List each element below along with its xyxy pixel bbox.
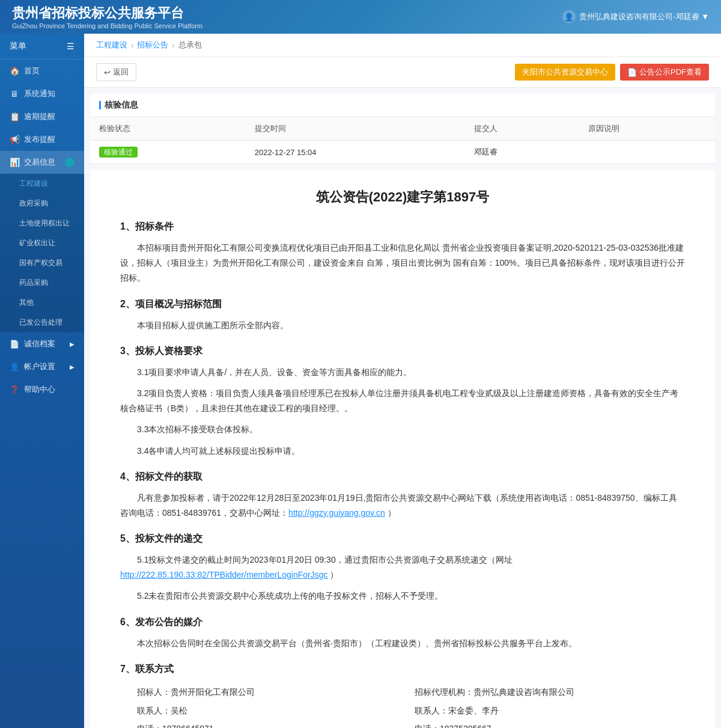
exchange-center-button[interactable]: 夹阳市公共资源交易中心: [515, 64, 615, 81]
sidebar-item-home[interactable]: 🏠 首页: [0, 60, 84, 82]
sidebar-help[interactable]: ❓ 帮助中心: [0, 378, 84, 401]
sidebar-sub-other[interactable]: 其他: [0, 293, 84, 313]
section3-para2: 3.2项目负责人资格：项目负责人须具备项目经理系已在投标人单位注册并须具备机电工…: [120, 386, 685, 416]
contact-tenderer-phone: 电话：18786645971: [137, 720, 391, 728]
sidebar-sub-processed[interactable]: 已发公告处理: [0, 313, 84, 332]
account-arrow: ▶: [70, 364, 75, 370]
document-content: 筑公资告(2022)建字第1897号 1、招标条件 本招标项目贵州开阳化工有限公…: [90, 170, 715, 728]
main-content: 工程建设 › 招标公告 › 总承包 ↩ 返回 夹阳市公共资源交易中心 📄 公告公…: [84, 34, 721, 728]
verify-section: 核验信息 检验状态 提交时间 提交人 原因说明 核验通过: [90, 94, 715, 164]
breadcrumb-sep1: ›: [131, 41, 133, 50]
menu-label: 菜单: [10, 41, 26, 52]
sidebar-credit[interactable]: 📄 诚信档案 ▶: [0, 332, 84, 355]
verify-header: 核验信息: [90, 94, 715, 117]
col-time: 提交时间: [246, 117, 465, 141]
pdf-icon: 📄: [627, 68, 637, 77]
sidebar-item-trade[interactable]: 📊 交易信息: [0, 151, 84, 174]
account-label: 帐户设置: [24, 361, 55, 372]
sidebar-sub-construction[interactable]: 工程建设: [0, 174, 84, 194]
section1-para1: 本招标项目贵州开阳化工有限公司变换流程优化项目已由开阳县工业和信息化局以 贵州省…: [120, 240, 685, 286]
credit-label: 诚信档案: [24, 338, 55, 349]
breadcrumb-construction[interactable]: 工程建设: [96, 40, 127, 50]
account-icon: 👤: [10, 362, 19, 372]
contact-left: 招标人：贵州开阳化工有限公司 联系人：吴松 电话：18786645971: [137, 683, 391, 728]
verify-submitter: 邓廷睿: [465, 141, 579, 164]
verify-reason: [579, 141, 715, 164]
sidebar-item-publish[interactable]: 📢 发布提醒: [0, 128, 84, 151]
section3-para4: 3.4各申请人均可就上述标段提出投标申请。: [120, 444, 685, 459]
sidebar-item-overdue[interactable]: 📋 逾期提醒: [0, 105, 84, 128]
user-name: 贵州弘典建设咨询有限公司-邓廷睿 ▼: [579, 11, 709, 22]
menu-toggle-icon[interactable]: ☰: [67, 41, 75, 51]
sidebar-item-sys-label: 系统通知: [24, 88, 55, 99]
trade-badge: [65, 158, 75, 167]
monitor-icon: 🖥: [10, 89, 19, 99]
sidebar-item-home-label: 首页: [24, 66, 40, 76]
breadcrumb-current: 总承包: [178, 40, 202, 50]
sidebar-account[interactable]: 👤 帐户设置 ▶: [0, 355, 84, 378]
toolbar: ↩ 返回 夹阳市公共资源交易中心 📄 公告公示PDF查看: [84, 57, 721, 88]
bell-icon: 📢: [10, 135, 19, 144]
sidebar-sub-land[interactable]: 土地使用权出让: [0, 213, 84, 233]
pdf-label: 公告公示PDF查看: [639, 67, 702, 78]
verify-row: 核验通过 2022-12-27 15:04 邓廷睿: [90, 141, 715, 164]
col-reason: 原因说明: [579, 117, 715, 141]
credit-icon: 📄: [10, 340, 19, 349]
logo: 贵州省招标投标公共服务平台 GuiZhou Province Tendering…: [12, 4, 202, 29]
back-label: 返回: [113, 67, 129, 78]
contact-agency-phone: 电话：18275295667: [415, 720, 668, 728]
sidebar-sub-menu: 工程建设 政府采购 土地使用权出让 矿业权出让 国有产权交易 药品采购 其他 已…: [0, 174, 84, 332]
section7-heading: 7、联系方式: [120, 663, 685, 676]
section2-heading: 2、项目概况与招标范围: [120, 298, 685, 311]
section3-heading: 3、投标人资格要求: [120, 345, 685, 358]
sidebar-item-overdue-label: 逾期提醒: [24, 111, 55, 122]
back-button[interactable]: ↩ 返回: [96, 63, 136, 81]
sidebar: 菜单 ☰ 🏠 首页 🖥 系统通知 📋 逾期提醒 📢 发布提醒 📊 交易信息 工程…: [0, 34, 84, 728]
section1-heading: 1、招标条件: [120, 221, 685, 233]
help-icon: ❓: [10, 385, 19, 394]
submit-link[interactable]: http://222.85.190.33:82/TPBidder/memberL…: [120, 570, 328, 580]
header: 贵州省招标投标公共服务平台 GuiZhou Province Tendering…: [0, 0, 721, 34]
contact-agency-label: 招标代理机构：贵州弘典建设咨询有限公司: [415, 683, 668, 702]
col-submitter: 提交人: [465, 117, 579, 141]
breadcrumb-notice[interactable]: 招标公告: [137, 40, 168, 50]
contact-grid: 招标人：贵州开阳化工有限公司 联系人：吴松 电话：18786645971 招标代…: [137, 683, 668, 728]
section4-para1: 凡有意参加投标者，请于2022年12月28日至2023年01月19日,贵阳市公共…: [120, 491, 685, 521]
trade-icon: 📊: [10, 158, 19, 167]
sidebar-item-publish-label: 发布提醒: [24, 134, 55, 145]
verify-status: 核验通过: [90, 141, 246, 164]
verify-table: 检验状态 提交时间 提交人 原因说明 核验通过 2022-12-27 15:04…: [90, 117, 715, 164]
sidebar-sub-mining[interactable]: 矿业权出让: [0, 233, 84, 253]
user-info[interactable]: 👤 贵州弘典建设咨询有限公司-邓廷睿 ▼: [562, 10, 709, 23]
pdf-view-button[interactable]: 📄 公告公示PDF查看: [620, 64, 709, 81]
col-status: 检验状态: [90, 117, 246, 141]
sidebar-item-sys-notify[interactable]: 🖥 系统通知: [0, 82, 84, 105]
site-title-en: GuiZhou Province Tendering and Bidding P…: [12, 22, 202, 29]
sidebar-item-trade-label: 交易信息: [24, 157, 55, 168]
section4-heading: 4、招标文件的获取: [120, 471, 685, 483]
section3-para3: 3.3本次招标不接受联合体投标。: [120, 422, 685, 437]
section6-heading: 6、发布公告的媒介: [120, 616, 685, 629]
breadcrumb: 工程建设 › 招标公告 › 总承包: [84, 34, 721, 57]
section6-para1: 本次招标公告同时在全国公共资源交易平台（贵州省·贵阳市）（工程建设类）、贵州省招…: [120, 636, 685, 651]
sidebar-sub-gov-purchase[interactable]: 政府采购: [0, 194, 84, 213]
calendar-icon: 📋: [10, 112, 19, 121]
sidebar-sub-equity[interactable]: 国有产权交易: [0, 253, 84, 273]
toolbar-right: 夹阳市公共资源交易中心 📄 公告公示PDF查看: [515, 64, 709, 81]
contact-agency-person: 联系人：宋金委、李丹: [415, 702, 668, 720]
contact-tenderer-person: 联系人：吴松: [137, 702, 391, 720]
section5-para2: 5.2未在贵阳市公共资源交易中心系统成功上传的电子投标文件，招标人不予受理。: [120, 589, 685, 604]
site-title-cn: 贵州省招标投标公共服务平台: [12, 4, 202, 22]
home-icon: 🏠: [10, 66, 19, 76]
exchange-link[interactable]: http://ggzy.guiyang.gov.cn: [288, 508, 385, 518]
verify-title: 核验信息: [105, 100, 138, 111]
section2-para1: 本项目招标人提供施工图所示全部内容。: [120, 318, 685, 333]
doc-title: 筑公资告(2022)建字第1897号: [120, 188, 685, 206]
sidebar-sub-medicine[interactable]: 药品采购: [0, 273, 84, 293]
user-icon: 👤: [562, 10, 576, 23]
status-badge: 核验通过: [99, 147, 138, 158]
contact-tenderer-label: 招标人：贵州开阳化工有限公司: [137, 683, 391, 702]
section5-heading: 5、投标文件的递交: [120, 533, 685, 545]
help-label: 帮助中心: [24, 384, 55, 395]
verify-time: 2022-12-27 15:04: [246, 141, 465, 164]
